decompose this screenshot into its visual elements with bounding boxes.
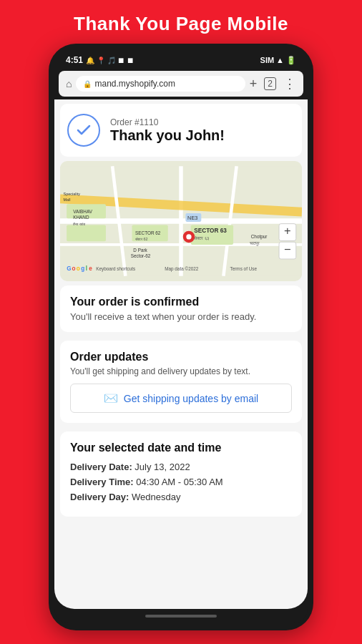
bottom-bar	[54, 609, 308, 623]
browser-actions: + 2 ⋮	[250, 76, 296, 92]
email-btn-text: Get shipping updates by email	[124, 393, 258, 404]
updates-subtitle: You'll get shipping and delivery updates…	[70, 366, 292, 376]
delivery-date-val: July 13, 2022	[134, 462, 190, 472]
thank-you-text: Thank you John!	[110, 127, 225, 144]
svg-text:सेक्टर ६३: सेक्टर ६३	[193, 235, 209, 240]
url-box[interactable]: 🔒 mand.myshopify.com	[76, 76, 245, 92]
svg-text:SECTOR 62: SECTOR 62	[135, 230, 161, 235]
svg-text:चाटपुर: चाटपुर	[249, 240, 260, 246]
delivery-time-val: 04:30 AM - 05:30 AM	[136, 477, 222, 487]
svg-rect-10	[67, 225, 106, 241]
add-tab-icon[interactable]: +	[250, 77, 258, 92]
notification-icons: 🔔 📍 🎵 ⏹ ⏹	[86, 57, 134, 64]
svg-text:Keyboard shortcuts: Keyboard shortcuts	[96, 266, 135, 272]
svg-text:G: G	[67, 265, 71, 272]
confirmed-subtitle: You'll receive a text when your order is…	[70, 311, 292, 322]
confirmed-card: Your order is confirmed You'll receive a…	[60, 286, 302, 332]
confirmed-title: Your order is confirmed	[70, 296, 292, 308]
phone-content: Order #1110 Thank you John!	[54, 99, 308, 609]
date-title: Your selected date and time	[70, 441, 292, 454]
delivery-time-row: Delivery Time: 04:30 AM - 05:30 AM	[70, 477, 292, 487]
sim-icon: SIM	[260, 56, 275, 64]
svg-text:Chotpur: Chotpur	[251, 234, 268, 240]
svg-text:g: g	[81, 265, 84, 272]
lock-icon: 🔒	[83, 80, 92, 88]
svg-text:Speciality: Speciality	[64, 192, 81, 196]
map-container: VAIBHAV KHAND वैभव खांड SECTOR 62 सेक्टर…	[60, 161, 302, 281]
menu-icon[interactable]: ⋮	[283, 76, 296, 92]
url-text: mand.myshopify.com	[94, 79, 175, 89]
svg-text:SECTOR 63: SECTOR 63	[194, 228, 227, 234]
signal-icon: ▲	[276, 56, 284, 64]
svg-text:Map data ©2022: Map data ©2022	[165, 266, 199, 272]
svg-text:NE3: NE3	[187, 215, 197, 221]
delivery-date-row: Delivery Date: July 13, 2022	[70, 462, 292, 472]
date-card: Your selected date and time Delivery Dat…	[60, 431, 302, 517]
delivery-day-val: Wednesday	[132, 492, 180, 502]
svg-text:वैभव खांड: वैभव खांड	[72, 222, 86, 226]
svg-text:Mall: Mall	[64, 197, 71, 202]
svg-text:−: −	[284, 243, 291, 255]
tab-count-icon[interactable]: 2	[264, 77, 276, 90]
browser-bar: ⌂ 🔒 mand.myshopify.com + 2 ⋮	[59, 71, 303, 97]
time: 4:51	[66, 55, 83, 65]
home-icon[interactable]: ⌂	[66, 78, 72, 89]
svg-point-25	[186, 234, 191, 239]
status-bar: 4:51 🔔 📍 🎵 ⏹ ⏹ SIM ▲ 🔋	[54, 51, 308, 68]
delivery-day-label: Delivery Day:	[70, 492, 129, 502]
svg-text:VAIBHAV: VAIBHAV	[73, 209, 92, 214]
order-header-card: Order #1110 Thank you John!	[60, 104, 302, 157]
svg-text:सेक्टर 62: सेक्टर 62	[134, 237, 148, 241]
email-icon: ✉️	[104, 391, 118, 405]
order-number: Order #1110	[110, 117, 225, 127]
svg-text:o: o	[77, 265, 80, 272]
email-updates-button[interactable]: ✉️ Get shipping updates by email	[70, 384, 292, 413]
page-title: Thank You Page Mobile	[74, 13, 288, 35]
delivery-date-label: Delivery Date:	[70, 462, 132, 472]
updates-title: Order updates	[70, 351, 292, 364]
phone-frame: 4:51 🔔 📍 🎵 ⏹ ⏹ SIM ▲ 🔋 ⌂ 🔒 mand.myshopif…	[49, 44, 313, 630]
delivery-time-label: Delivery Time:	[70, 477, 134, 487]
svg-text:+: +	[284, 224, 291, 237]
svg-text:e: e	[89, 265, 92, 272]
delivery-day-row: Delivery Day: Wednesday	[70, 492, 292, 502]
home-indicator	[145, 615, 217, 618]
order-header-text: Order #1110 Thank you John!	[110, 117, 225, 144]
checkmark-circle	[67, 114, 100, 147]
svg-text:D Park: D Park	[133, 248, 147, 253]
status-left: 4:51 🔔 📍 🎵 ⏹ ⏹	[66, 55, 134, 65]
updates-card: Order updates You'll get shipping and de…	[60, 341, 302, 423]
status-right: SIM ▲ 🔋	[260, 56, 296, 65]
svg-text:l: l	[86, 265, 87, 272]
svg-text:Terms of Use: Terms of Use	[230, 266, 258, 271]
svg-text:o: o	[72, 265, 75, 272]
svg-text:KHAND: KHAND	[73, 215, 89, 220]
battery-icon: 🔋	[286, 56, 296, 65]
map-svg: VAIBHAV KHAND वैभव खांड SECTOR 62 सेक्टर…	[60, 161, 302, 281]
svg-text:Sector-62: Sector-62	[131, 253, 151, 258]
